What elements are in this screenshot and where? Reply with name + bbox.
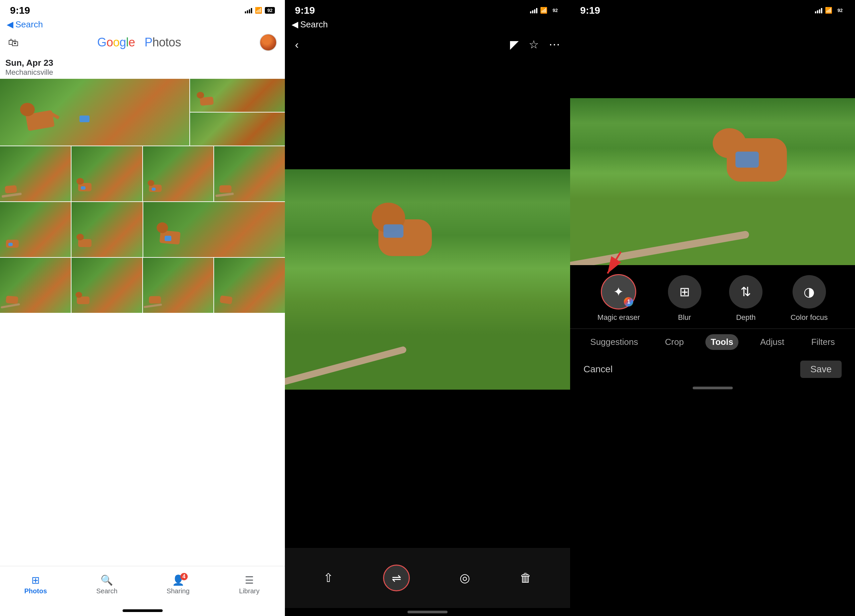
viewer-black-top: [285, 58, 570, 84]
photo-cell[interactable]: [72, 146, 142, 201]
photo-cell[interactable]: [214, 258, 285, 313]
tab-filters[interactable]: Filters: [806, 334, 840, 350]
delete-icon[interactable]: 🗑: [520, 571, 532, 585]
color-focus-icon: ◑: [804, 284, 815, 299]
color-focus-tool[interactable]: ◑ Color focus: [791, 275, 827, 322]
tab-crop[interactable]: Crop: [660, 334, 689, 350]
viewer-toolbar: ‹ ◤ ☆ ⋯: [285, 31, 570, 58]
main-photo-area: [285, 84, 570, 474]
viewer-home-indicator: [408, 611, 447, 613]
viewer-status-time: 9:19: [295, 5, 315, 16]
favorite-icon[interactable]: ☆: [529, 38, 539, 51]
photo-cell[interactable]: [190, 79, 285, 112]
color-focus-button[interactable]: ◑: [792, 275, 826, 309]
app-logo: Google Photos: [97, 35, 181, 49]
viewer-status-bar: 9:19 📶 92: [285, 0, 570, 18]
save-button[interactable]: Save: [800, 361, 842, 378]
photo-cell[interactable]: [0, 146, 71, 201]
wifi-icon: 📶: [255, 7, 262, 14]
dog-harness: [735, 151, 759, 168]
sharing-badge-container: 👤 4: [172, 574, 184, 586]
edit-action-bar: Cancel Save: [570, 355, 855, 383]
cast-icon[interactable]: ◤: [510, 38, 519, 51]
photo-cell[interactable]: [0, 79, 189, 145]
viewer-wifi-icon: 📶: [540, 7, 547, 14]
avatar[interactable]: [259, 34, 277, 51]
magic-eraser-badge: 1: [624, 297, 633, 307]
sharing-badge: 4: [180, 573, 188, 580]
blur-tool[interactable]: ⊞ Blur: [668, 275, 701, 322]
photos-icon: ⊞: [31, 574, 40, 586]
viewer-bottom-toolbar: ⇧ ⇌ ◎ 🗑: [285, 548, 570, 608]
back-arrow-icon: ◀: [291, 19, 298, 30]
photo-grid: [0, 79, 285, 566]
grid-row-hero: [0, 79, 285, 145]
photo-cell[interactable]: [143, 202, 285, 257]
blur-button[interactable]: ⊞: [668, 275, 701, 309]
back-label: Search: [15, 19, 43, 30]
editor-home-indicator: [693, 387, 733, 389]
tools-row: ✦ 1 Magic eraser ⊞ Blur ⇅ Depth: [584, 275, 842, 322]
tools-section: ✦ 1 Magic eraser ⊞ Blur ⇅ Depth: [570, 265, 855, 329]
tab-suggestions[interactable]: Suggestions: [585, 334, 643, 350]
share-icon[interactable]: ⇧: [323, 571, 333, 585]
photos-label: Photos: [25, 587, 47, 595]
date-section: Sun, Apr 23 Mechanicsville: [0, 55, 285, 79]
viewer-black-bottom: [285, 474, 570, 548]
back-nav[interactable]: ◀ Search: [0, 18, 285, 31]
viewer-signal-icon: [530, 7, 537, 13]
editor-status-icons: 📶 92: [815, 7, 845, 14]
tab-adjust[interactable]: Adjust: [755, 334, 789, 350]
photo-cell[interactable]: [143, 146, 214, 201]
editor-battery: 92: [835, 7, 845, 14]
back-button[interactable]: ‹: [295, 38, 299, 51]
photo-cell[interactable]: [143, 258, 214, 313]
photo-cell[interactable]: [72, 258, 142, 313]
photo-cell[interactable]: [214, 146, 285, 201]
location-text: Mechanicsville: [5, 68, 280, 77]
viewer-back-label: Search: [300, 19, 328, 30]
status-time: 9:19: [10, 5, 30, 16]
editor-status-bar: 9:19 📶 92: [570, 0, 855, 18]
blur-label: Blur: [678, 313, 691, 322]
main-photo[interactable]: [285, 169, 570, 390]
photo-cell[interactable]: [0, 202, 71, 257]
editor-status-time: 9:19: [580, 5, 600, 16]
magic-eraser-button[interactable]: ✦ 1: [602, 275, 635, 309]
signal-icon: [245, 7, 252, 13]
viewer-back-nav[interactable]: ◀ Search: [285, 18, 570, 31]
depth-tool[interactable]: ⇅ Depth: [729, 275, 763, 322]
bottom-nav: ⊞ Photos 🔍 Search 👤 4 Sharing ☰ Library: [0, 566, 285, 609]
cancel-button[interactable]: Cancel: [584, 364, 613, 374]
nav-library[interactable]: ☰ Library: [233, 574, 266, 595]
editor-signal-icon: [815, 7, 822, 13]
nav-search[interactable]: 🔍 Search: [90, 574, 124, 595]
depth-label: Depth: [736, 313, 756, 322]
grid-row-quad-2: [0, 202, 285, 257]
magic-eraser-icon: ✦: [613, 284, 624, 299]
shop-icon[interactable]: 🛍: [8, 37, 19, 49]
depth-icon: ⇅: [740, 284, 751, 299]
photo-cell[interactable]: [0, 258, 71, 313]
nav-photos[interactable]: ⊞ Photos: [19, 574, 52, 595]
editor-photo[interactable]: [570, 98, 855, 265]
tab-tools[interactable]: Tools: [705, 334, 739, 350]
magic-eraser-tool[interactable]: ✦ 1 Magic eraser: [598, 275, 640, 322]
photo-cell[interactable]: [72, 202, 142, 257]
nav-sharing[interactable]: 👤 4 Sharing: [161, 574, 195, 595]
home-indicator: [123, 609, 162, 612]
app-header: 🛍 Google Photos: [0, 31, 285, 55]
date-text: Sun, Apr 23: [5, 58, 280, 68]
battery-indicator: 92: [265, 7, 275, 14]
photo-cell[interactable]: [190, 113, 285, 145]
viewer-panel: 9:19 📶 92 ◀ Search ‹ ◤ ☆ ⋯: [285, 0, 570, 616]
red-arrow-indicator: [601, 248, 628, 280]
status-icons: 📶 92: [245, 7, 275, 14]
lens-icon[interactable]: ◎: [460, 571, 470, 585]
depth-button[interactable]: ⇅: [729, 275, 763, 309]
viewer-battery: 92: [550, 7, 560, 14]
blur-icon: ⊞: [679, 284, 690, 299]
edit-button[interactable]: ⇌: [383, 565, 410, 591]
more-icon[interactable]: ⋯: [549, 38, 560, 51]
editor-panel: 9:19 📶 92: [570, 0, 855, 616]
